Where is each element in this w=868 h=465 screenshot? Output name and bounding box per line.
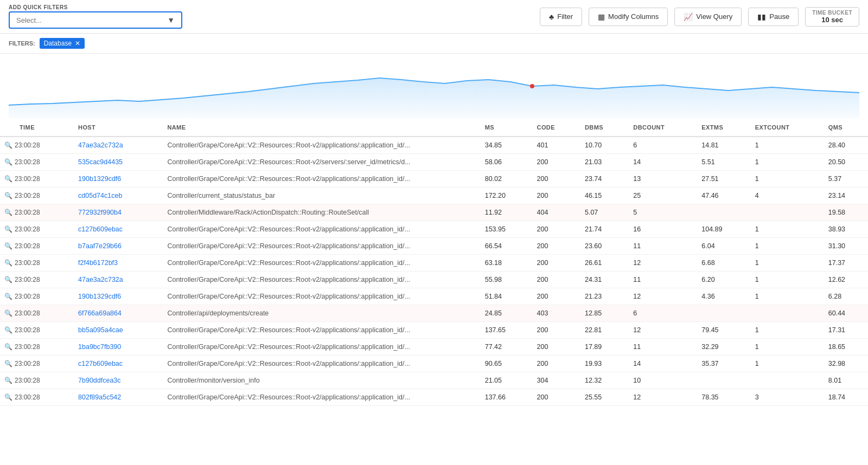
cell-extcount: 1 bbox=[749, 154, 822, 171]
table-row[interactable]: 🔍 23:00:28 b7aaf7e29b66 Controller/Grape… bbox=[0, 238, 868, 255]
search-icon[interactable]: 🔍 bbox=[4, 343, 12, 351]
search-icon[interactable]: 🔍 bbox=[4, 309, 12, 317]
table-row[interactable]: 🔍 23:00:28 47ae3a2c732a Controller/Grape… bbox=[0, 137, 868, 154]
cell-name: Controller/Grape/CoreApi::V2::Resources:… bbox=[161, 339, 478, 356]
cell-extcount bbox=[749, 372, 822, 389]
cell-host[interactable]: c127b609ebac bbox=[72, 221, 161, 238]
cell-host[interactable]: 6f766a69a864 bbox=[72, 305, 161, 322]
cell-extcount: 1 bbox=[749, 137, 822, 154]
cell-host[interactable]: 47ae3a2c732a bbox=[72, 137, 161, 154]
search-icon[interactable]: 🔍 bbox=[4, 192, 12, 199]
cell-extms: 104.89 bbox=[695, 221, 748, 238]
cell-time: 🔍 23:00:28 bbox=[0, 137, 72, 154]
cell-extms: 78.35 bbox=[695, 389, 748, 406]
cell-ms: 90.65 bbox=[478, 356, 531, 372]
time-bucket-button[interactable]: TIME BUCKET 10 sec bbox=[805, 7, 859, 27]
table-row[interactable]: 🔍 23:00:28 6f766a69a864 Controller/api/d… bbox=[0, 305, 868, 322]
table-row[interactable]: 🔍 23:00:28 cd05d74c1ceb Controller/curre… bbox=[0, 188, 868, 204]
close-icon[interactable]: ✕ bbox=[75, 40, 80, 47]
pause-label: Pause bbox=[769, 12, 789, 21]
cell-code: 200 bbox=[531, 238, 578, 255]
filter-button[interactable]: ♣ Filter bbox=[540, 8, 582, 26]
time-bucket-value: 10 sec bbox=[821, 16, 843, 24]
cell-ms: 34.85 bbox=[478, 137, 531, 154]
table-row[interactable]: 🔍 23:00:28 802f89a5c542 Controller/Grape… bbox=[0, 389, 868, 406]
modify-columns-button[interactable]: ▦ Modify Columns bbox=[589, 8, 668, 26]
cell-time: 🔍 23:00:28 bbox=[0, 238, 72, 255]
cell-host[interactable]: 190b1329cdf6 bbox=[72, 171, 161, 188]
search-icon[interactable]: 🔍 bbox=[4, 360, 12, 367]
search-icon[interactable]: 🔍 bbox=[4, 393, 12, 401]
search-icon[interactable]: 🔍 bbox=[4, 225, 12, 233]
search-icon[interactable]: 🔍 bbox=[4, 293, 12, 300]
col-header-dbms: DBMS bbox=[578, 119, 627, 137]
cell-extcount bbox=[749, 204, 822, 221]
view-query-label: View Query bbox=[696, 12, 732, 21]
col-header-extms: EXTMS bbox=[695, 119, 748, 137]
time-value: 23:00:28 bbox=[15, 242, 40, 250]
cell-extms: 6.20 bbox=[695, 272, 748, 288]
filter-tag-database[interactable]: Database ✕ bbox=[40, 38, 85, 49]
table-row[interactable]: 🔍 23:00:28 1ba9bc7fb390 Controller/Grape… bbox=[0, 339, 868, 356]
cell-host[interactable]: 47ae3a2c732a bbox=[72, 272, 161, 288]
cell-host[interactable]: f2f4b6172bf3 bbox=[72, 255, 161, 272]
cell-host[interactable]: 1ba9bc7fb390 bbox=[72, 339, 161, 356]
cell-dbcount: 14 bbox=[627, 356, 695, 372]
cell-dbcount: 12 bbox=[627, 288, 695, 305]
pause-button[interactable]: ▮▮ Pause bbox=[748, 8, 799, 26]
cell-qms: 18.65 bbox=[822, 339, 868, 356]
cell-ms: 11.92 bbox=[478, 204, 531, 221]
cell-time: 🔍 23:00:28 bbox=[0, 305, 72, 322]
table-row[interactable]: 🔍 23:00:28 7b90ddfcea3c Controller/monit… bbox=[0, 372, 868, 389]
search-icon[interactable]: 🔍 bbox=[4, 158, 12, 166]
table-row[interactable]: 🔍 23:00:28 190b1329cdf6 Controller/Grape… bbox=[0, 171, 868, 188]
cell-qms: 12.62 bbox=[822, 272, 868, 288]
cell-time: 🔍 23:00:28 bbox=[0, 204, 72, 221]
cell-host[interactable]: 190b1329cdf6 bbox=[72, 288, 161, 305]
table-row[interactable]: 🔍 23:00:28 c127b609ebac Controller/Grape… bbox=[0, 356, 868, 372]
cell-extcount: 1 bbox=[749, 322, 822, 339]
search-icon[interactable]: 🔍 bbox=[4, 141, 12, 149]
cell-ms: 21.05 bbox=[478, 372, 531, 389]
cell-host[interactable]: 7b90ddfcea3c bbox=[72, 372, 161, 389]
cell-code: 200 bbox=[531, 272, 578, 288]
cell-dbcount: 25 bbox=[627, 188, 695, 204]
search-icon[interactable]: 🔍 bbox=[4, 209, 12, 216]
search-icon[interactable]: 🔍 bbox=[4, 326, 12, 334]
cell-ms: 80.02 bbox=[478, 171, 531, 188]
table-row[interactable]: 🔍 23:00:28 47ae3a2c732a Controller/Grape… bbox=[0, 272, 868, 288]
cell-extms: 4.36 bbox=[695, 288, 748, 305]
columns-icon: ▦ bbox=[598, 12, 605, 21]
cell-time: 🔍 23:00:28 bbox=[0, 288, 72, 305]
cell-host[interactable]: cd05d74c1ceb bbox=[72, 188, 161, 204]
pause-icon: ▮▮ bbox=[757, 12, 766, 21]
search-icon[interactable]: 🔍 bbox=[4, 242, 12, 250]
query-icon: 📈 bbox=[684, 12, 693, 21]
cell-extcount: 1 bbox=[749, 288, 822, 305]
table-row[interactable]: 🔍 23:00:28 f2f4b6172bf3 Controller/Grape… bbox=[0, 255, 868, 272]
cell-host[interactable]: 535cac9d4435 bbox=[72, 154, 161, 171]
quick-filter-select[interactable]: Select... ▼ bbox=[9, 11, 182, 29]
table-row[interactable]: 🔍 23:00:28 772932f990b4 Controller/Middl… bbox=[0, 204, 868, 221]
cell-dbcount: 12 bbox=[627, 322, 695, 339]
filter-tag-text: Database bbox=[44, 40, 72, 47]
search-icon[interactable]: 🔍 bbox=[4, 259, 12, 267]
cell-host[interactable]: c127b609ebac bbox=[72, 356, 161, 372]
cell-dbms: 24.31 bbox=[578, 272, 627, 288]
table-row[interactable]: 🔍 23:00:28 c127b609ebac Controller/Grape… bbox=[0, 221, 868, 238]
view-query-button[interactable]: 📈 View Query bbox=[674, 8, 742, 26]
cell-host[interactable]: bb5a095a4cae bbox=[72, 322, 161, 339]
cell-qms: 23.14 bbox=[822, 188, 868, 204]
table-row[interactable]: 🔍 23:00:28 535cac9d4435 Controller/Grape… bbox=[0, 154, 868, 171]
search-icon[interactable]: 🔍 bbox=[4, 276, 12, 283]
table-row[interactable]: 🔍 23:00:28 190b1329cdf6 Controller/Grape… bbox=[0, 288, 868, 305]
cell-host[interactable]: 772932f990b4 bbox=[72, 204, 161, 221]
search-icon[interactable]: 🔍 bbox=[4, 377, 12, 384]
table-row[interactable]: 🔍 23:00:28 bb5a095a4cae Controller/Grape… bbox=[0, 322, 868, 339]
search-icon[interactable]: 🔍 bbox=[4, 175, 12, 183]
cell-host[interactable]: 802f89a5c542 bbox=[72, 389, 161, 406]
cell-name: Controller/Grape/CoreApi::V2::Resources:… bbox=[161, 221, 478, 238]
cell-name: Controller/Grape/CoreApi::V2::Resources:… bbox=[161, 137, 478, 154]
cell-host[interactable]: b7aaf7e29b66 bbox=[72, 238, 161, 255]
table-container: TIME HOST NAME MS CODE DBMS DBCOUNT EXTM… bbox=[0, 119, 868, 406]
